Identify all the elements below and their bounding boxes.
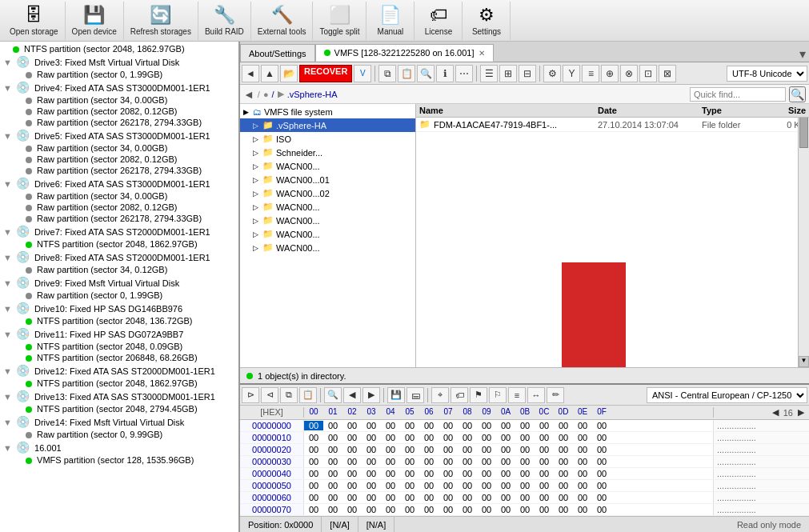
misc-btn3[interactable]: ⊗ bbox=[620, 65, 638, 82]
hex-byte[interactable]: 00 bbox=[554, 493, 573, 502]
hex-byte[interactable]: 00 bbox=[458, 505, 477, 514]
external-tools-button[interactable]: 🔨 External tools bbox=[251, 2, 314, 40]
left-tree-16001[interactable]: ▼ 💿 16.001 bbox=[0, 440, 238, 454]
hex-byte[interactable]: 00 bbox=[342, 505, 362, 514]
dir-item-wacn5[interactable]: ▷ 📁 WACN00... bbox=[240, 214, 415, 227]
hex-byte[interactable]: 00 bbox=[554, 481, 573, 490]
hex-byte[interactable]: 00 bbox=[535, 433, 554, 442]
hex-byte[interactable]: 00 bbox=[342, 457, 362, 466]
hex-byte[interactable]: 00 bbox=[515, 493, 535, 502]
hex-byte[interactable]: 00 bbox=[515, 457, 535, 466]
copy-button[interactable]: ⧉ bbox=[378, 65, 396, 82]
hex-byte[interactable]: 00 bbox=[554, 457, 573, 466]
hex-byte[interactable]: 00 bbox=[381, 469, 400, 478]
hex-edit-btn[interactable]: ✏ bbox=[547, 387, 564, 403]
hex-byte[interactable]: 00 bbox=[477, 421, 496, 430]
hex-byte[interactable]: 00 bbox=[439, 445, 458, 454]
hex-byte[interactable]: 00 bbox=[496, 481, 515, 490]
dir-item-wacn6[interactable]: ▷ 📁 WACN00... bbox=[240, 227, 415, 241]
hex-byte[interactable]: 00 bbox=[342, 493, 362, 502]
tab-about-settings[interactable]: About/Settings bbox=[240, 44, 315, 62]
hex-byte[interactable]: 00 bbox=[535, 505, 554, 514]
misc-btn1[interactable]: ≡ bbox=[582, 65, 599, 82]
left-tree-raw9[interactable]: Raw partition (sector 2082, 0.12GB) bbox=[0, 202, 238, 213]
left-tree-ntfs2[interactable]: NTFS partition (sector 2048, 1862.97GB) bbox=[0, 238, 238, 250]
hex-byte[interactable]: 00 bbox=[458, 493, 477, 502]
open-device-button[interactable]: 💾 Open device bbox=[66, 2, 124, 40]
left-tree-ntfs4[interactable]: NTFS partition (sector 2048, 0.09GB) bbox=[0, 341, 238, 352]
dir-item-wacn2[interactable]: ▷ 📁 WACN00...01 bbox=[240, 173, 415, 186]
hex-byte[interactable]: 00 bbox=[342, 433, 362, 442]
left-tree-drive3[interactable]: ▼ 💿 Drive3: Fixed Msft Virtual Virtual D… bbox=[0, 54, 238, 69]
left-tree-ntfs7[interactable]: NTFS partition (sector 2048, 2794.45GB) bbox=[0, 403, 238, 414]
hex-byte[interactable]: 00 bbox=[477, 493, 496, 502]
find-button[interactable]: 🔍 bbox=[417, 65, 435, 82]
tab-close-button[interactable]: ✕ bbox=[479, 49, 485, 58]
hex-byte[interactable]: 00 bbox=[573, 433, 592, 442]
hex-byte[interactable]: 00 bbox=[381, 505, 400, 514]
hex-byte[interactable]: 00 bbox=[573, 445, 592, 454]
hex-byte[interactable]: 00 bbox=[592, 505, 611, 514]
left-tree-raw3[interactable]: Raw partition (sector 2082, 0.12GB) bbox=[0, 106, 238, 117]
hex-byte[interactable]: 00 bbox=[323, 481, 342, 490]
manual-button[interactable]: 📄 Manual bbox=[366, 2, 415, 40]
hex-byte[interactable]: 00 bbox=[477, 481, 496, 490]
hex-byte[interactable]: 00 bbox=[439, 493, 458, 502]
hex-byte[interactable]: 00 bbox=[400, 433, 419, 442]
hex-byte[interactable]: 00 bbox=[592, 421, 611, 430]
hex-byte[interactable]: 00 bbox=[362, 433, 381, 442]
dir-item-wacn1[interactable]: ▷ 📁 WACN00... bbox=[240, 159, 415, 173]
hex-byte[interactable]: 00 bbox=[535, 421, 554, 430]
hex-byte[interactable]: 00 bbox=[304, 445, 323, 454]
hex-byte[interactable]: 00 bbox=[419, 421, 439, 430]
hex-byte[interactable]: 00 bbox=[400, 421, 419, 430]
prop-button[interactable]: ℹ bbox=[436, 65, 454, 82]
hex-byte[interactable]: 00 bbox=[323, 505, 342, 514]
nav-up-button[interactable]: ▲ bbox=[261, 65, 278, 82]
hex-byte[interactable]: 00 bbox=[515, 481, 535, 490]
hex-byte[interactable]: 00 bbox=[554, 505, 573, 514]
hex-struct-btn[interactable]: ≡ bbox=[508, 387, 526, 403]
hex-encoding-select[interactable]: ANSI - Central European / CP-1250 bbox=[647, 387, 807, 403]
hex-byte[interactable]: 00 bbox=[304, 505, 323, 514]
hex-byte[interactable]: 00 bbox=[477, 505, 496, 514]
left-tree-raw2[interactable]: Raw partition (sector 34, 0.00GB) bbox=[0, 94, 238, 106]
hex-byte[interactable]: 00 bbox=[573, 481, 592, 490]
hex-byte[interactable]: 00 bbox=[419, 433, 439, 442]
nav-back-button[interactable]: ◄ bbox=[242, 65, 259, 82]
settings-btn2[interactable]: ⚙ bbox=[543, 65, 561, 82]
hex-byte[interactable]: 00 bbox=[554, 421, 573, 430]
hex-byte[interactable]: 00 bbox=[342, 445, 362, 454]
hex-byte[interactable]: 00 bbox=[439, 421, 458, 430]
hex-byte[interactable]: 00 bbox=[515, 421, 535, 430]
hex-byte[interactable]: 00 bbox=[496, 505, 515, 514]
hex-nav-btn2[interactable]: ⊲ bbox=[261, 387, 278, 403]
hex-page-next[interactable]: ▶ bbox=[796, 407, 806, 418]
hex-arr-btn[interactable]: ↔ bbox=[527, 387, 545, 403]
hex-byte[interactable]: 00 bbox=[515, 445, 535, 454]
hex-byte[interactable]: 00 bbox=[323, 421, 342, 430]
hex-byte[interactable]: 00 bbox=[419, 457, 439, 466]
left-tree-raw7[interactable]: Raw partition (sector 262178, 2794.33GB) bbox=[0, 165, 238, 176]
nav-back-btn[interactable]: ◄ bbox=[243, 88, 254, 101]
hex-byte[interactable]: 00 bbox=[477, 457, 496, 466]
hex-byte[interactable]: 00 bbox=[573, 421, 592, 430]
hex-byte[interactable]: 00 bbox=[400, 469, 419, 478]
left-tree-drive6[interactable]: ▼ 💿 Drive6: Fixed ATA SAS ST3000DM001-1E… bbox=[0, 176, 238, 190]
hex-byte[interactable]: 00 bbox=[458, 433, 477, 442]
left-tree-raw8[interactable]: Raw partition (sector 34, 0.00GB) bbox=[0, 190, 238, 202]
tab-overflow-button[interactable]: ▾ bbox=[799, 46, 809, 62]
path-crumb-root[interactable]: / bbox=[272, 90, 274, 99]
folder-icon-btn[interactable]: 📂 bbox=[280, 65, 298, 82]
paste-button[interactable]: 📋 bbox=[398, 65, 415, 82]
dir-item-wacn7[interactable]: ▷ 📁 WACN00... bbox=[240, 241, 415, 254]
refresh-storages-button[interactable]: 🔄 Refresh storages bbox=[124, 2, 198, 40]
hex-save-btn[interactable]: 💾 bbox=[387, 387, 405, 403]
hex-bookmark-btn[interactable]: 🏷 bbox=[451, 387, 468, 403]
hex-byte[interactable]: 00 bbox=[400, 493, 419, 502]
misc-btn4[interactable]: ⊡ bbox=[639, 65, 657, 82]
hex-paste-btn[interactable]: 📋 bbox=[299, 387, 317, 403]
build-raid-button[interactable]: 🔧 Build RAID bbox=[198, 2, 251, 40]
hex-byte[interactable]: 00 bbox=[323, 457, 342, 466]
left-tree-ntfs6[interactable]: NTFS partition (sector 2048, 1862.97GB) bbox=[0, 378, 238, 389]
